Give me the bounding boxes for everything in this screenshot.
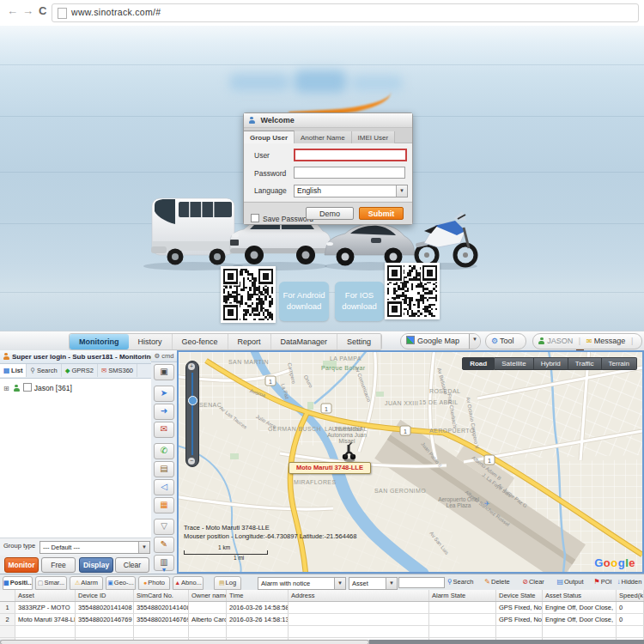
google-logo[interactable]: Google: [594, 556, 635, 569]
cmd-filter-icon[interactable]: ▽: [154, 519, 174, 535]
sidebar-tab-gprs2[interactable]: ◆GPRS2: [62, 364, 98, 377]
cmd-track-icon[interactable]: ➤: [154, 386, 174, 402]
asset-select[interactable]: Asset ▼: [349, 577, 398, 590]
tool-button[interactable]: ⚙Tool: [485, 333, 526, 349]
chevron-down-icon[interactable]: ▼: [386, 578, 397, 589]
cmd-simcard-icon[interactable]: ▤: [154, 461, 174, 477]
horizontal-scrollbar[interactable]: [0, 640, 644, 644]
scrollbar-thumb[interactable]: [0, 640, 369, 644]
cmd-console-icon[interactable]: ▣: [154, 364, 174, 380]
table-row[interactable]: 13833RZP - MOTO3554880201414083554880201…: [0, 602, 644, 614]
col-header-time[interactable]: Time: [227, 590, 289, 601]
col-header-item[interactable]: [0, 590, 15, 601]
bottom-tab-photo[interactable]: ●Photo: [138, 576, 170, 590]
filter-input[interactable]: [398, 577, 445, 588]
search-button[interactable]: ⚲Search: [443, 576, 477, 588]
map-type-terrain[interactable]: Terrain: [602, 357, 637, 370]
password-input[interactable]: [294, 167, 405, 179]
submit-button[interactable]: Submit: [359, 207, 404, 220]
zoom-slider[interactable]: + −: [185, 361, 199, 467]
sidebar-tab-search[interactable]: ⚲Search: [27, 364, 61, 377]
user-input[interactable]: [294, 149, 407, 161]
tab-monitoring[interactable]: Monitoring: [70, 334, 129, 349]
map-type-traffic[interactable]: Traffic: [568, 357, 602, 370]
send-icon: ➜: [161, 406, 167, 416]
cell: 0: [617, 602, 644, 613]
output-button[interactable]: ▤Output: [551, 576, 589, 588]
android-download-button[interactable]: For Android download: [279, 282, 329, 321]
monitor-button[interactable]: Monitor: [4, 557, 39, 573]
zoom-in-button[interactable]: +: [188, 363, 195, 370]
language-select[interactable]: English ▼: [294, 185, 408, 197]
free-button[interactable]: Free: [41, 557, 76, 573]
cmd-back-icon[interactable]: ◁: [154, 479, 174, 495]
chevron-down-icon[interactable]: ▼: [334, 578, 345, 589]
table-row[interactable]: 2Moto Maruti 3748-LL35548802014676935548…: [0, 614, 644, 626]
tab-setting[interactable]: Setting: [337, 334, 381, 349]
save-password-checkbox[interactable]: [251, 214, 259, 222]
cmd-more-icon[interactable]: ▼: [151, 567, 177, 573]
sidebar-tab-sms360[interactable]: ✉SMS360: [98, 364, 137, 377]
positi-icon: ▦: [3, 580, 9, 586]
sidebar-tab-list[interactable]: ▤List: [0, 364, 27, 377]
col-header-address[interactable]: Address: [289, 590, 429, 601]
map-scalebar: 1 km 1 mi: [184, 544, 270, 561]
user-avatar-icon: [248, 117, 255, 124]
tab-history[interactable]: History: [129, 334, 173, 349]
back-icon[interactable]: ←: [7, 4, 18, 17]
chevron-down-icon[interactable]: ▼: [138, 542, 149, 553]
map-type-satellite[interactable]: Satellite: [495, 357, 533, 370]
tree-checkbox[interactable]: [23, 383, 32, 392]
bottom-tab-geo[interactable]: ▣Geo-...: [106, 576, 136, 590]
poi-button[interactable]: ⚑POI: [591, 576, 615, 588]
expander-icon[interactable]: ⊞: [3, 385, 9, 392]
chevron-down-icon[interactable]: ▼: [396, 185, 407, 197]
cmd-apps-icon[interactable]: ▦: [154, 497, 174, 513]
map-type-hybrid[interactable]: Hybrid: [534, 357, 568, 370]
tab-report[interactable]: Report: [228, 334, 271, 349]
ios-download-button[interactable]: For IOS download: [335, 282, 384, 321]
bottom-tab-positi[interactable]: ▦Positi...: [3, 576, 33, 590]
alarm-with-notice-select[interactable]: Alarm with notice ▼: [258, 577, 346, 590]
forward-icon[interactable]: →: [22, 4, 33, 17]
clear-button[interactable]: Clear: [115, 557, 149, 573]
demo-button[interactable]: Demo: [306, 207, 354, 220]
tree-item-jason[interactable]: ⊞ Jason [361]: [3, 383, 72, 392]
simcard-icon: ▤: [160, 464, 167, 473]
col-header-simcard-no[interactable]: SimCard No.: [134, 590, 189, 601]
address-bar[interactable]: www.sinotrack.com/#: [52, 3, 639, 22]
col-header-asset-status[interactable]: Asset Status: [543, 590, 617, 601]
col-header-device-id[interactable]: Device ID: [76, 590, 134, 601]
cmd-send-icon[interactable]: ➜: [154, 404, 174, 420]
bottom-tab-abno[interactable]: ▲Abno...: [173, 576, 204, 590]
tab-datamanager[interactable]: DataManager: [271, 334, 338, 349]
marker-label[interactable]: Moto Maruti 3748-LLE: [289, 462, 371, 474]
map-provider-select[interactable]: Google Map ▼: [400, 333, 481, 349]
map-type-road[interactable]: Road: [462, 357, 495, 370]
tab-geo-fence[interactable]: Geo-fence: [173, 334, 228, 349]
zoom-out-button[interactable]: −: [188, 458, 195, 465]
cmd-edit-icon[interactable]: ✎: [154, 537, 174, 553]
col-header-alarm-state[interactable]: Alarm State: [429, 590, 496, 601]
cmd-report-icon[interactable]: ✉: [154, 422, 174, 438]
airport-icon: ✈: [484, 500, 490, 507]
chevron-down-icon[interactable]: ▼: [469, 334, 480, 349]
display-button[interactable]: Display: [79, 557, 113, 573]
bottom-tab-smar[interactable]: ▢Smar...: [35, 576, 67, 590]
delete-button[interactable]: ✎Delete: [479, 576, 515, 588]
bottom-tab-alarm[interactable]: ⚠Alarm: [70, 576, 103, 590]
col-header-device-state[interactable]: Device State: [496, 590, 543, 601]
message-button[interactable]: Message: [594, 337, 626, 345]
col-header-owner-name[interactable]: Owner name: [189, 590, 227, 601]
cmd-call-icon[interactable]: ✆: [154, 443, 174, 459]
col-header-asset[interactable]: Asset: [15, 590, 76, 601]
cell: 355488020141408: [134, 602, 189, 613]
bottom-tab-log[interactable]: ▤Log: [214, 576, 241, 590]
zoom-handle[interactable]: [188, 396, 197, 405]
col-header-speed-km-h[interactable]: Speed(km/h): [617, 590, 644, 601]
hidden-button[interactable]: ↓Hidden: [615, 576, 644, 588]
cmd-label: cmd: [161, 352, 173, 360]
group-type-select[interactable]: --- Default --- ▼: [39, 541, 150, 554]
clear-button[interactable]: ⊘Clear: [517, 576, 550, 588]
reload-icon[interactable]: C: [39, 4, 46, 17]
